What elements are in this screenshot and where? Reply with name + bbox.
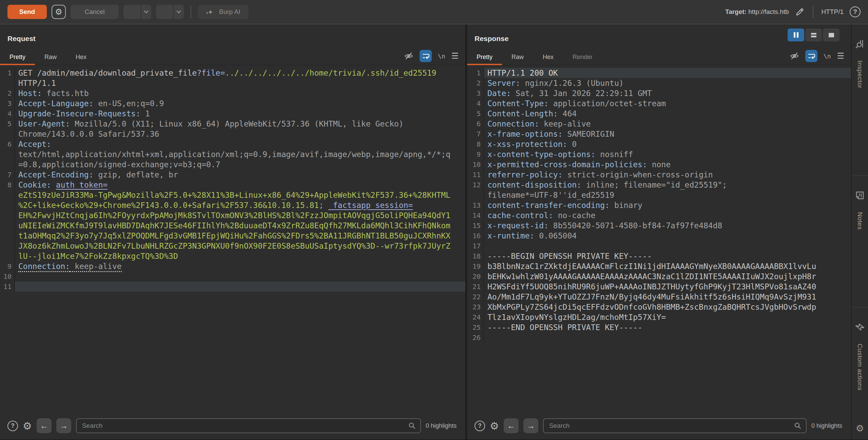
editor-line[interactable]: 3Accept-Language: en-US,en;q=0.9 (0, 98, 465, 109)
editor-line-text[interactable]: referrer-policy: strict-origin-when-cros… (484, 170, 851, 180)
tab-raw[interactable]: Raw (502, 50, 533, 65)
editor-line[interactable]: 21H2WSFdiYf5UOQ85nihRU9R6juWP+AAAAoINBJZ… (467, 282, 851, 292)
editor-line[interactable]: 17 (467, 241, 851, 251)
request-search-input[interactable] (76, 418, 421, 433)
editor-line[interactable]: 24Tlz1avXIopvNYslgzHDL2ag/mchoMtIp57XiY= (467, 312, 851, 322)
editor-line-text[interactable]: x-content-type-options: nosniff (484, 149, 851, 159)
newline-toggle-icon[interactable]: \n (824, 53, 831, 60)
editor-line-text[interactable]: Date: Sat, 31 Jan 2026 22:29:11 GMT (484, 88, 851, 98)
tab-pretty[interactable]: Pretty (467, 50, 502, 65)
edit-target-pencil-icon[interactable] (795, 7, 805, 17)
editor-line-text[interactable]: -----BEGIN OPENSSH PRIVATE KEY----- (484, 251, 851, 261)
editor-line[interactable]: 10 (0, 271, 465, 282)
editor-line-text[interactable]: Accept-Language: en-US,en;q=0.9 (15, 98, 465, 109)
search-help-icon[interactable]: ? (7, 421, 18, 431)
editor-line-text[interactable]: uNIEIeWiZMCKfmJ9T9lavHBD7DAqhK7JESe46FII… (15, 221, 465, 231)
search-prev-button[interactable]: ← (504, 418, 519, 433)
editor-line-text[interactable]: =0.8,application/signed-exchange;v=b3;q=… (15, 159, 465, 170)
sidebar-tab-custom-actions[interactable]: Custom actions (852, 307, 868, 439)
newline-toggle-icon[interactable]: \n (438, 53, 445, 60)
editor-line[interactable]: text/html,application/xhtml+xml,applicat… (0, 149, 465, 159)
editor-line-text[interactable]: x-xss-protection: 0 (484, 139, 851, 149)
editor-line[interactable]: lU--jloi1Mce7%2FokZz8kpxgcTQ%3D%3D (0, 251, 465, 261)
editor-line-text[interactable]: Accept: (15, 139, 465, 149)
editor-line[interactable]: 16x-runtime: 0.065004 (467, 231, 851, 241)
editor-line-text[interactable]: -----END OPENSSH PRIVATE KEY----- (484, 322, 851, 332)
editor-line-text[interactable]: t1aOHMqq2%2F3yo7y7Jq5xlZPOQDMLFgd3vGMB1F… (15, 231, 465, 241)
editor-line[interactable]: Chrome/143.0.0.0 Safari/537.36 (0, 129, 465, 139)
editor-line[interactable]: 19b3BlbnNzaC1rZXktdjEAAAAACmFlczI1Ni1jdH… (467, 261, 851, 271)
editor-line-text[interactable]: Content-Type: application/octet-stream (484, 98, 851, 109)
editor-line[interactable]: 13content-transfer-encoding: binary (467, 200, 851, 210)
search-next-button[interactable]: → (56, 418, 71, 433)
editor-line[interactable]: t1aOHMqq2%2F3yo7y7Jq5xlZPOQDMLFgd3vGMB1F… (0, 231, 465, 241)
editor-line-text[interactable] (484, 332, 851, 343)
word-wrap-toggle[interactable] (420, 50, 432, 62)
editor-line-text[interactable]: Upgrade-Insecure-Requests: 1 (15, 109, 465, 119)
editor-line-text[interactable]: content-disposition: inline; filename="i… (484, 180, 851, 190)
editor-line[interactable]: 26 (467, 332, 851, 343)
sidebar-settings-gear-icon[interactable]: ⚙ (852, 423, 868, 434)
editor-line[interactable]: 11 (0, 282, 465, 292)
editor-line-text[interactable]: x-runtime: 0.065004 (484, 231, 851, 241)
editor-line[interactable]: 6Accept: (0, 139, 465, 149)
sidebar-tab-notes[interactable]: Notes (852, 175, 868, 307)
editor-line[interactable]: 9Connection: keep-alive (0, 261, 465, 271)
editor-line-text[interactable]: eZtS19zUeJiR33Ma-TgPwg&Mozilla%2F5.0+%28… (15, 190, 465, 200)
tab-pretty[interactable]: Pretty (0, 50, 35, 65)
editor-line[interactable]: 3Date: Sat, 31 Jan 2026 22:29:11 GMT (467, 88, 851, 98)
editor-line[interactable]: EH%2FwvjHZtCnqja6Ih%2FOyyrdxPpAMojMk8STv… (0, 210, 465, 221)
tab-hex[interactable]: Hex (66, 50, 96, 65)
editor-line-text[interactable]: x-permitted-cross-domain-policies: none (484, 159, 851, 170)
editor-line-text[interactable] (15, 282, 465, 292)
search-next-button[interactable]: → (523, 418, 538, 433)
editor-line[interactable]: 6Connection: keep-alive (467, 119, 851, 129)
forward-dropdown-button[interactable] (174, 5, 184, 19)
tab-raw[interactable]: Raw (35, 50, 66, 65)
editor-line[interactable]: 4Upgrade-Insecure-Requests: 1 (0, 109, 465, 119)
editor-menu-icon[interactable]: ☰ (837, 51, 844, 61)
editor-line-text[interactable]: Connection: keep-alive (484, 119, 851, 129)
editor-line[interactable]: 9x-content-type-options: nosniff (467, 149, 851, 159)
editor-line[interactable]: 8x-xss-protection: 0 (467, 139, 851, 149)
editor-line-text[interactable]: GET /admin/media/download_private_file?f… (15, 68, 465, 78)
hide-nonprinting-eye-slash-icon[interactable] (790, 51, 799, 61)
editor-line-text[interactable]: bEHKw1whlzW01yAAAAGAAAAAEAAAAzAAAAC3NzaC… (484, 271, 851, 282)
editor-line-text[interactable]: EH%2FwvjHZtCnqja6Ih%2FOyyrdxPpAMojMk8STv… (15, 210, 465, 221)
editor-line[interactable]: filename*=UTF-8''id_ed25519 (467, 190, 851, 200)
editor-line[interactable]: 1GET /admin/media/download_private_file?… (0, 68, 465, 78)
editor-line[interactable]: 7Accept-Encoding: gzip, deflate, br (0, 170, 465, 180)
editor-line[interactable]: 23XbMxPGPLy7ZS64jcDi5qcEFFdzvODnfcoGVh8H… (467, 302, 851, 312)
editor-line-text[interactable]: filename*=UTF-8''id_ed25519 (484, 190, 851, 200)
editor-line-text[interactable]: Host: facts.htb (15, 88, 465, 98)
editor-line-text[interactable]: Ao/Mm1dF7Lq9yk+YTuOZZJ7FnzN/Byjq46dy4MuF… (484, 292, 851, 302)
response-search-input[interactable] (543, 418, 807, 433)
editor-line[interactable]: 14cache-control: no-cache (467, 210, 851, 221)
editor-line[interactable]: 10x-permitted-cross-domain-policies: non… (467, 159, 851, 170)
editor-line-text[interactable]: Content-Length: 464 (484, 109, 851, 119)
back-dropdown-button[interactable] (141, 5, 151, 19)
editor-line[interactable]: 2Host: facts.htb (0, 88, 465, 98)
search-help-icon[interactable]: ? (475, 421, 485, 431)
help-icon[interactable]: ? (850, 6, 861, 17)
editor-line-text[interactable]: Accept-Encoding: gzip, deflate, br (15, 170, 465, 180)
editor-line-text[interactable]: x-request-id: 8b550420-5071-4580-bf84-7a… (484, 221, 851, 231)
editor-line[interactable]: 18-----BEGIN OPENSSH PRIVATE KEY----- (467, 251, 851, 261)
editor-line[interactable]: 22Ao/Mm1dF7Lq9yk+YTuOZZJ7FnzN/Byjq46dy4M… (467, 292, 851, 302)
burp-ai-button[interactable]: ✦ ✦ Burp AI (198, 5, 248, 19)
editor-line-text[interactable]: XbMxPGPLy7ZS64jcDi5qcEFFdzvODnfcoGVh8HBM… (484, 302, 851, 312)
editor-line[interactable]: 8Cookie: auth_token= (0, 180, 465, 190)
editor-line-text[interactable]: %2C+like+Gecko%29+Chrome%2F143.0.0.0+Saf… (15, 200, 465, 210)
editor-line-text[interactable]: Chrome/143.0.0.0 Safari/537.36 (15, 129, 465, 139)
search-prev-button[interactable]: ← (37, 418, 52, 433)
editor-line[interactable]: 25-----END OPENSSH PRIVATE KEY----- (467, 322, 851, 332)
request-settings-gear-icon[interactable]: ⚙ (52, 5, 66, 19)
tab-render[interactable]: Render (563, 50, 602, 65)
request-editor[interactable]: 1GET /admin/media/download_private_file?… (0, 65, 465, 412)
editor-menu-icon[interactable]: ☰ (451, 51, 459, 61)
layout-single-button[interactable] (823, 28, 840, 41)
editor-line-text[interactable]: JX8oz6kZhmLowoJ%2BLN2Fv7LbuNHLRZGcZP3N3G… (15, 241, 465, 251)
editor-line-text[interactable]: content-transfer-encoding: binary (484, 200, 851, 210)
layout-columns-button[interactable] (788, 28, 804, 41)
editor-line[interactable]: JX8oz6kZhmLowoJ%2BLN2Fv7LbuNHLRZGcZP3N3G… (0, 241, 465, 251)
